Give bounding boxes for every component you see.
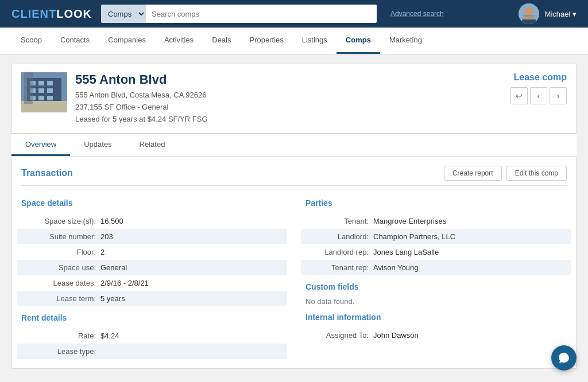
property-image <box>21 72 67 112</box>
svg-rect-10 <box>47 81 53 85</box>
tenant-row: Tenant: Mangrove Enterprises <box>305 213 567 229</box>
lease-term-label: Lease term: <box>21 294 96 303</box>
prev-arrow-button[interactable]: ‹ <box>530 87 547 104</box>
suite-number-label: Suite number: <box>21 232 96 241</box>
floor-row: Floor: 2 <box>21 244 283 260</box>
space-size-row: Space size (sf): 16,500 <box>21 213 283 229</box>
lease-type-label: Lease type: <box>21 347 96 356</box>
tab-related[interactable]: Related <box>126 134 179 156</box>
landlord-rep-label: Landlord rep: <box>305 248 369 256</box>
nav-activities[interactable]: Activities <box>155 28 203 54</box>
avatar <box>519 3 539 24</box>
next-arrow-button[interactable]: › <box>550 87 567 104</box>
lease-term-value: 5 years <box>100 294 125 303</box>
header-right: Michael ▾ <box>519 3 577 24</box>
content-area: Transaction Create report Edit this comp… <box>11 157 577 369</box>
nav-companies[interactable]: Companies <box>99 28 155 54</box>
space-size-value: 16,500 <box>100 217 123 225</box>
svg-rect-18 <box>24 72 33 104</box>
rate-label: Rate: <box>21 332 96 340</box>
assigned-to-label: Assigned To: <box>305 331 369 340</box>
transaction-header: Transaction Create report Edit this comp <box>21 166 567 186</box>
advanced-search-link[interactable]: Advanced search <box>390 10 444 18</box>
nav-marketing[interactable]: Marketing <box>380 28 431 54</box>
landlord-rep-row: Landlord rep: Jones Lang LaSalle <box>305 244 567 260</box>
edit-comp-button[interactable]: Edit this comp <box>506 166 567 181</box>
tab-updates[interactable]: Updates <box>70 134 125 156</box>
svg-rect-3 <box>522 20 536 24</box>
property-address: 555 Anton Blvd, Costa Mesa, CA 92626 <box>75 89 510 102</box>
landlord-label: Landlord: <box>305 232 369 241</box>
chat-button[interactable] <box>551 345 577 371</box>
lease-dates-row: Lease dates: 2/9/16 - 2/8/21 <box>21 275 283 291</box>
content-tabs: Overview Updates Related <box>11 134 577 157</box>
svg-rect-13 <box>47 88 53 93</box>
svg-rect-9 <box>38 81 44 85</box>
nav-comps[interactable]: Comps <box>336 28 380 54</box>
rate-value: $4.24 <box>100 332 119 340</box>
property-actions: Lease comp ↩ ‹ › <box>510 72 567 104</box>
space-use-value: General <box>100 263 127 272</box>
main-content: 555 Anton Blvd 555 Anton Blvd, Costa Mes… <box>0 54 588 381</box>
property-title: 555 Anton Blvd <box>75 72 510 87</box>
svg-rect-5 <box>523 15 535 17</box>
floor-label: Floor: <box>21 248 96 256</box>
property-info: 555 Anton Blvd 555 Anton Blvd, Costa Mes… <box>75 72 510 125</box>
nav-deals[interactable]: Deals <box>203 28 240 54</box>
nav-contacts[interactable]: Contacts <box>51 28 99 54</box>
transaction-title: Transaction <box>21 168 73 178</box>
tenant-rep-label: Tenant rep: <box>305 263 369 272</box>
parties-title: Parties <box>305 198 567 208</box>
svg-rect-16 <box>47 96 53 100</box>
property-details: 237,155 SF Office - General <box>75 102 510 114</box>
rent-details-title: Rent details <box>21 313 283 322</box>
user-name[interactable]: Michael ▾ <box>545 10 577 18</box>
back-arrow-button[interactable]: ↩ <box>510 87 528 104</box>
search-bar: Comps <box>101 5 377 23</box>
assigned-to-value: John Dawson <box>373 331 419 340</box>
space-size-label: Space size (sf): <box>21 217 96 225</box>
tenant-label: Tenant: <box>305 217 369 225</box>
main-nav: Scoop Contacts Companies Activities Deal… <box>0 28 588 54</box>
lease-dates-label: Lease dates: <box>21 279 96 287</box>
custom-fields-no-data: No data found. <box>305 297 567 306</box>
nav-arrows: ↩ ‹ › <box>510 87 567 104</box>
nav-listings[interactable]: Listings <box>293 28 336 54</box>
tab-overview[interactable]: Overview <box>11 134 70 156</box>
comp-type-label: Lease comp <box>510 72 567 83</box>
space-use-row: Space use: General <box>17 260 287 275</box>
details-columns: Space details Space size (sf): 16,500 Su… <box>21 192 567 359</box>
tenant-rep-row: Tenant rep: Avison Young <box>301 260 571 275</box>
internal-info-title: Internal information <box>305 313 567 322</box>
nav-properties[interactable]: Properties <box>241 28 293 54</box>
assigned-to-row: Assigned To: John Dawson <box>305 328 567 343</box>
lease-term-row: Lease term: 5 years <box>17 291 287 306</box>
space-use-label: Space use: <box>21 263 96 272</box>
logo: CLIENTLOOK <box>11 7 92 21</box>
search-category-dropdown[interactable]: Comps <box>101 5 146 23</box>
create-report-button[interactable]: Create report <box>444 166 502 181</box>
logo-look: LOOK <box>56 7 92 20</box>
header: CLIENTLOOK Comps Advanced search Michael… <box>0 0 588 28</box>
transaction-buttons: Create report Edit this comp <box>444 166 567 181</box>
suite-number-row: Suite number: 203 <box>17 229 287 244</box>
floor-value: 2 <box>100 248 105 256</box>
logo-client: CLIENT <box>11 7 56 20</box>
lease-dates-value: 2/9/16 - 2/8/21 <box>100 279 149 287</box>
search-input[interactable] <box>146 5 377 23</box>
tenant-rep-value: Avison Young <box>373 263 419 272</box>
nav-scoop[interactable]: Scoop <box>11 28 51 54</box>
right-column: Parties Tenant: Mangrove Enterprises Lan… <box>305 192 567 359</box>
chat-icon <box>558 352 570 364</box>
building-image <box>21 72 67 112</box>
lease-type-row: Lease type: <box>17 344 287 359</box>
tenant-value: Mangrove Enterprises <box>373 217 446 225</box>
left-column: Space details Space size (sf): 16,500 Su… <box>21 192 283 359</box>
property-header: 555 Anton Blvd 555 Anton Blvd, Costa Mes… <box>11 64 577 134</box>
rate-row: Rate: $4.24 <box>21 328 283 344</box>
svg-point-4 <box>525 7 533 15</box>
avatar-image <box>519 3 539 24</box>
custom-fields-title: Custom fields <box>305 282 567 291</box>
landlord-value: Champion Partners, LLC <box>373 232 455 241</box>
landlord-row: Landlord: Champion Partners, LLC <box>301 229 571 244</box>
